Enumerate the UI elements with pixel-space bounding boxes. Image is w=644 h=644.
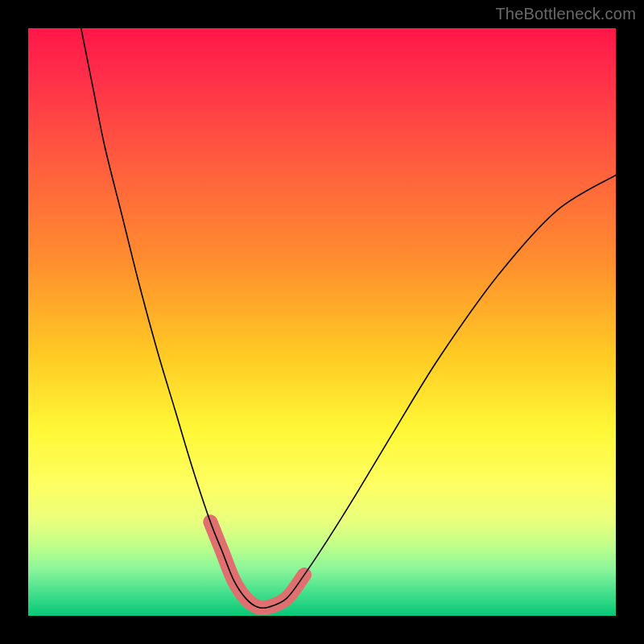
plot-area (28, 28, 616, 616)
chart-root: TheBottleneck.com (0, 0, 644, 644)
watermark-text: TheBottleneck.com (495, 5, 636, 23)
curve-svg (28, 28, 616, 616)
bottleneck-curve (81, 28, 616, 608)
